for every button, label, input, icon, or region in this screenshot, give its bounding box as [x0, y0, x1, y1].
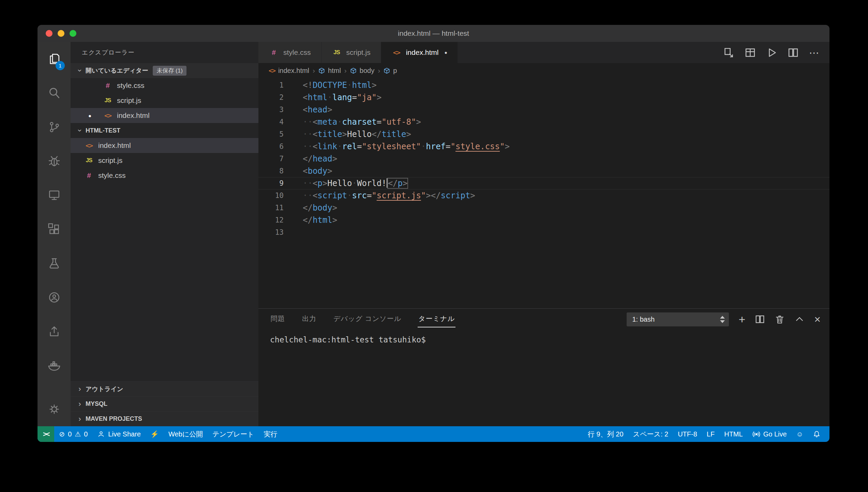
debug-icon — [47, 154, 61, 168]
activity-remote-explorer[interactable] — [38, 178, 71, 212]
title-bar[interactable]: index.html — html-test — [38, 25, 829, 42]
activity-explorer[interactable]: 1 — [38, 42, 71, 76]
activity-live-share[interactable] — [38, 280, 71, 314]
panel-tab-debug-console[interactable]: デバッグ コンソール — [333, 311, 402, 327]
activity-testing[interactable] — [38, 246, 71, 280]
code-line[interactable]: 7</head> — [258, 153, 829, 165]
code-line[interactable]: 11</body> — [258, 202, 829, 214]
go-live-status[interactable]: Go Live — [748, 426, 792, 442]
code-editor[interactable]: 1<!DOCTYPE·html>2<html·lang="ja">3<head>… — [258, 78, 829, 308]
trash-icon[interactable] — [775, 314, 785, 324]
run-status[interactable]: 実行 — [259, 426, 282, 442]
line-number: 6 — [258, 140, 295, 153]
language-mode-status[interactable]: HTML — [719, 426, 747, 442]
activity-share[interactable] — [38, 314, 71, 349]
lightning-status[interactable]: ⚡ — [146, 426, 164, 442]
close-window-button[interactable] — [46, 30, 53, 37]
cursor-position-status[interactable]: 行 9、列 20 — [583, 426, 628, 442]
code-line[interactable]: 5··<title>Hello</title> — [258, 128, 829, 140]
panel-controls: 1: bash + × — [627, 312, 821, 326]
code-line[interactable]: 6··<link·rel="stylesheet"·href="style.cs… — [258, 140, 829, 153]
open-editor-item[interactable]: JS script.js — [71, 93, 258, 108]
panel-tab-terminal[interactable]: ターミナル — [418, 311, 455, 327]
split-editor-icon[interactable] — [788, 47, 799, 58]
open-editor-item[interactable]: # style.css — [71, 78, 258, 93]
chevron-right-icon: › — [378, 66, 380, 75]
new-terminal-icon[interactable]: + — [738, 314, 745, 324]
notifications-status[interactable] — [808, 426, 825, 442]
js-file-icon: JS — [103, 97, 113, 104]
tree-item[interactable]: # style.css — [71, 168, 258, 183]
feedback-status[interactable]: ☺ — [792, 426, 808, 442]
breadcrumb-symbol[interactable]: html — [318, 67, 341, 75]
zoom-window-button[interactable] — [70, 30, 76, 37]
broadcast-icon — [752, 430, 760, 438]
encoding-status[interactable]: UTF-8 — [673, 426, 702, 442]
terminal-select[interactable]: 1: bash — [627, 312, 729, 326]
html-file-icon: <> — [103, 111, 113, 120]
split-terminal-icon[interactable] — [755, 314, 765, 324]
code-line[interactable]: 13 — [258, 226, 829, 239]
close-panel-icon[interactable]: × — [814, 314, 821, 324]
live-share-status[interactable]: Live Share — [92, 426, 146, 442]
open-editor-item[interactable]: ● <> index.html — [71, 108, 258, 123]
problems-status[interactable]: ⊘ 0 ⚠ 0 — [54, 426, 92, 442]
panel-tab-output[interactable]: 出力 — [301, 311, 317, 327]
code-line[interactable]: 9··<p>Hello·World!</p> — [258, 177, 829, 189]
publish-web-status[interactable]: Webに公開 — [164, 426, 208, 442]
terminal[interactable]: chelchel-mac:html-test tatsuhiko$ — [258, 330, 829, 426]
mysql-section-header[interactable]: › MYSQL — [71, 396, 258, 411]
breadcrumb-symbol[interactable]: p — [384, 67, 397, 75]
activity-extensions[interactable] — [38, 212, 71, 246]
tree-item[interactable]: JS script.js — [71, 153, 258, 168]
code-text: </head> — [295, 153, 337, 165]
panel-tab-problems[interactable]: 問題 — [270, 311, 286, 327]
code-text: <head> — [295, 104, 332, 116]
sidebar-bottom-sections: › アウトライン › MYSQL › MAVEN PROJECTS — [71, 381, 258, 426]
tab-index.html[interactable]: <> index.html ● — [381, 42, 458, 63]
code-lines: 1<!DOCTYPE·html>2<html·lang="ja">3<head>… — [258, 79, 829, 239]
html-file-icon: <> — [391, 48, 402, 57]
code-line[interactable]: 10··<script·src="script.js"></script> — [258, 189, 829, 202]
more-actions-icon[interactable]: ⋯ — [809, 47, 819, 58]
eol-status[interactable]: LF — [702, 426, 719, 442]
panel-header: 問題 出力 デバッグ コンソール ターミナル 1: bash + — [258, 309, 829, 330]
code-line[interactable]: 12</html> — [258, 214, 829, 226]
panel-tabs: 問題 出力 デバッグ コンソール ターミナル — [270, 311, 455, 327]
code-line[interactable]: 2<html·lang="ja"> — [258, 91, 829, 104]
preview-icon[interactable] — [723, 47, 734, 58]
indentation-status[interactable]: スペース: 2 — [628, 426, 673, 442]
code-text: ··<p>Hello·World!</p> — [295, 177, 408, 189]
remote-indicator[interactable]: >< — [38, 426, 54, 442]
code-line[interactable]: 4··<meta·charset="utf-8"> — [258, 116, 829, 128]
activity-search[interactable] — [38, 76, 71, 110]
line-number: 8 — [258, 165, 295, 177]
maven-projects-section-header[interactable]: › MAVEN PROJECTS — [71, 411, 258, 426]
select-arrows-icon — [720, 316, 725, 323]
activity-docker[interactable] — [38, 349, 71, 383]
workspace-header[interactable]: › HTML-TEST — [71, 123, 258, 138]
activity-source-control[interactable] — [38, 110, 71, 144]
code-line[interactable]: 1<!DOCTYPE·html> — [258, 79, 829, 91]
template-status[interactable]: テンプレート — [208, 426, 259, 442]
breadcrumb-symbol[interactable]: body — [350, 67, 374, 75]
code-line[interactable]: 8<body> — [258, 165, 829, 177]
tab-script.js[interactable]: JS script.js — [321, 42, 381, 63]
breadcrumb-file[interactable]: <> index.html — [269, 67, 309, 75]
run-icon[interactable] — [766, 47, 777, 58]
activity-run-debug[interactable] — [38, 144, 71, 178]
minimize-window-button[interactable] — [58, 30, 64, 37]
chevron-right-icon: › — [313, 66, 315, 75]
tab-style.css[interactable]: # style.css — [258, 42, 321, 63]
workspace-label: HTML-TEST — [86, 127, 120, 134]
warning-icon: ⚠ — [75, 430, 81, 438]
symbol-cube-icon — [384, 67, 390, 74]
code-line[interactable]: 3<head> — [258, 104, 829, 116]
outline-section-header[interactable]: › アウトライン — [71, 381, 258, 396]
layout-icon[interactable] — [745, 47, 756, 58]
tree-item[interactable]: <> index.html — [71, 138, 258, 153]
open-editors-header[interactable]: › 開いているエディター 未保存 (1) — [71, 63, 258, 78]
docker-icon — [47, 359, 61, 372]
maximize-panel-icon[interactable] — [794, 314, 805, 324]
activity-settings[interactable] — [38, 392, 71, 426]
